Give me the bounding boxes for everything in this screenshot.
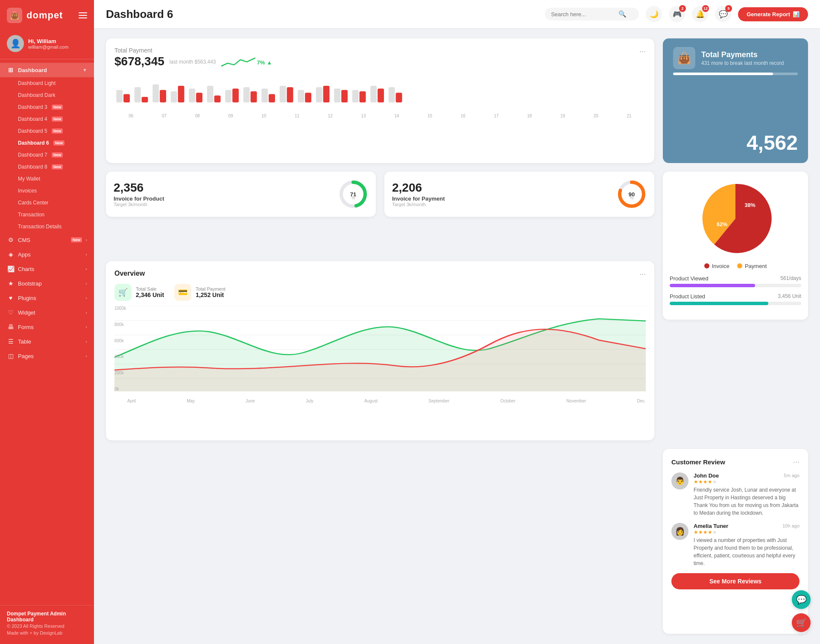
pie-invoice-label: 62% (717, 221, 727, 227)
x-label-july: July (306, 399, 313, 403)
cms-new-badge: New (71, 237, 82, 242)
payment-icon: 💳 (174, 284, 191, 301)
review-name-row-2: Amelia Tuner 10h ago (694, 523, 800, 529)
wallet-icon: 👜 (673, 47, 695, 69)
sidebar-item-plugins[interactable]: ♥ Plugins › (0, 291, 94, 305)
message-button[interactable]: 💬 5 (715, 6, 731, 22)
chevron-right-icon: › (85, 281, 87, 286)
sidebar-item-my-wallet[interactable]: My Wallet (0, 173, 94, 185)
x-label-august: August (364, 399, 378, 403)
sidebar-sub-label: Dashboard Light (18, 80, 56, 86)
pie-legend-payment: Payment (737, 263, 767, 269)
product-viewed-fill (670, 284, 755, 287)
sidebar-item-dashboard-dark[interactable]: Dashboard Dark (0, 89, 94, 101)
page-grid: Total Payment $678,345 last month $563,4… (94, 28, 820, 644)
sidebar-item-dashboard-4[interactable]: Dashboard 4 New (0, 113, 94, 125)
invoice-product-inner: 2,356 Invoice for Product Target 3k/mont… (106, 172, 376, 217)
area-chart (114, 306, 646, 391)
reviewer-2-text: I viewed a number of properties with Jus… (694, 536, 800, 567)
reviewer-2-name: Amelia Tuner (694, 523, 728, 529)
sidebar: 👜 dompet 👤 Hi, William william@gmail.com… (0, 0, 94, 644)
svg-rect-20 (298, 90, 304, 102)
sidebar-item-charts[interactable]: 📈 Charts › (0, 262, 94, 276)
see-more-reviews-button[interactable]: See More Reviews (671, 573, 800, 589)
trend-percent: 7% ▲ (257, 59, 272, 66)
user-email: william@gmail.com (28, 44, 68, 50)
sidebar-footer: Dompet Payment Admin Dashboard © 2023 Al… (0, 605, 94, 637)
sidebar-item-invoices[interactable]: Invoices (0, 185, 94, 197)
sidebar-item-widget[interactable]: ♡ Widget › (0, 305, 94, 320)
sidebar-sub-label: Invoices (18, 188, 37, 194)
support-floating-button[interactable]: 💬 (792, 590, 811, 609)
forms-icon: 🖶 (7, 323, 15, 330)
sidebar-item-dashboard[interactable]: ⊞ Dashboard ▼ (0, 63, 94, 77)
invoice-payment-num: 2,206 (392, 181, 445, 195)
new-badge: New (52, 152, 63, 157)
sidebar-item-dashboard-7[interactable]: Dashboard 7 New (0, 149, 94, 161)
total-payment-menu[interactable]: ··· (639, 47, 646, 56)
invoice-product-target: Target 3k/month (114, 202, 164, 207)
svg-rect-31 (396, 93, 402, 102)
total-payment-stat: 💳 Total Payment 1,252 Unit (174, 284, 226, 301)
reviewer-2-time: 10h ago (782, 523, 800, 528)
new-badge: New (52, 105, 63, 110)
sidebar-sub-label: Dashboard 3 (18, 104, 47, 110)
dashboard-icon: ⊞ (7, 67, 15, 73)
review-title: Customer Review (671, 458, 725, 466)
total-sale-label: Total Sale (136, 286, 164, 291)
heart-icon: ♥ (29, 630, 34, 635)
sidebar-sub-label: Cards Center (18, 200, 48, 206)
total-sale-stat: 🛒 Total Sale 2,346 Unit (114, 284, 164, 301)
dark-mode-button[interactable]: 🌙 (646, 6, 662, 22)
logo-text: dompet (26, 10, 63, 21)
invoice-payment-label: Invoice for Payment (392, 195, 445, 202)
review-item-1: 👨 John Doe 5m ago ★★★★★ Friendly service… (671, 472, 800, 517)
plugins-icon: ♥ (7, 294, 15, 301)
sidebar-item-forms[interactable]: 🖶 Forms › (0, 320, 94, 334)
sidebar-item-cms[interactable]: ⚙ CMS New › (0, 233, 94, 247)
sidebar-item-transaction-details[interactable]: Transaction Details (0, 221, 94, 233)
sidebar-item-transaction[interactable]: Transaction (0, 209, 94, 221)
bar-chart-container: 06070809101112131415161718192021 (114, 73, 646, 118)
sidebar-item-dashboard-3[interactable]: Dashboard 3 New (0, 101, 94, 113)
sparkline-chart (221, 55, 255, 68)
sidebar-sub-label: My Wallet (18, 176, 40, 182)
sidebar-item-cards-center[interactable]: Cards Center (0, 197, 94, 209)
review-menu[interactable]: ··· (793, 458, 800, 466)
product-stats: Product Viewed 561/days Product Listed 3… (670, 275, 801, 311)
svg-rect-22 (316, 87, 322, 102)
chevron-right-icon: › (85, 266, 87, 271)
sidebar-sub-label: Dashboard 8 (18, 164, 47, 170)
svg-rect-8 (189, 89, 195, 103)
generate-report-label: Generate Report (747, 11, 790, 17)
sidebar-item-apps[interactable]: ◈ Apps › (0, 247, 94, 262)
sidebar-sub-label: Transaction (18, 212, 44, 218)
invoice-payment-target: Target 3k/month (392, 202, 445, 207)
total-payment-card: Total Payment $678,345 last month $563,4… (106, 38, 654, 163)
generate-report-button[interactable]: Generate Report 📊 (738, 7, 808, 21)
charts-icon: 📈 (7, 265, 15, 272)
reviewer-1-text: Friendly service Josh, Lunar and everyon… (694, 486, 800, 517)
bar-chart-labels: 06070809101112131415161718192021 (114, 114, 646, 118)
sidebar-sub-label: Dashboard 4 (18, 116, 47, 122)
svg-rect-27 (360, 91, 366, 102)
x-label-dec: Dec. (637, 399, 646, 403)
floating-buttons: 💬 🛒 (792, 590, 811, 632)
bell-button[interactable]: 🔔 12 (692, 6, 708, 22)
sidebar-item-dashboard-8[interactable]: Dashboard 8 New (0, 161, 94, 173)
blue-card-progress-bar (673, 73, 798, 75)
hamburger-button[interactable] (79, 12, 87, 18)
cart-floating-button[interactable]: 🛒 (792, 613, 811, 632)
chevron-right-icon: › (85, 237, 87, 242)
sidebar-item-bootstrap[interactable]: ★ Bootstrap › (0, 276, 94, 291)
sidebar-item-table[interactable]: ☰ Table › (0, 334, 94, 349)
sidebar-item-pages[interactable]: ◫ Pages › (0, 349, 94, 363)
gamepad-button[interactable]: 🎮 2 (669, 6, 685, 22)
sidebar-item-dashboard-6[interactable]: Dashboard 6 New (0, 137, 94, 149)
sidebar-item-dashboard-light[interactable]: Dashboard Light (0, 77, 94, 89)
overview-menu[interactable]: ··· (639, 270, 646, 279)
sidebar-item-dashboard-5[interactable]: Dashboard 5 New (0, 125, 94, 137)
avatar: 👤 (7, 35, 24, 52)
svg-rect-0 (116, 90, 123, 102)
search-input[interactable] (551, 11, 615, 17)
